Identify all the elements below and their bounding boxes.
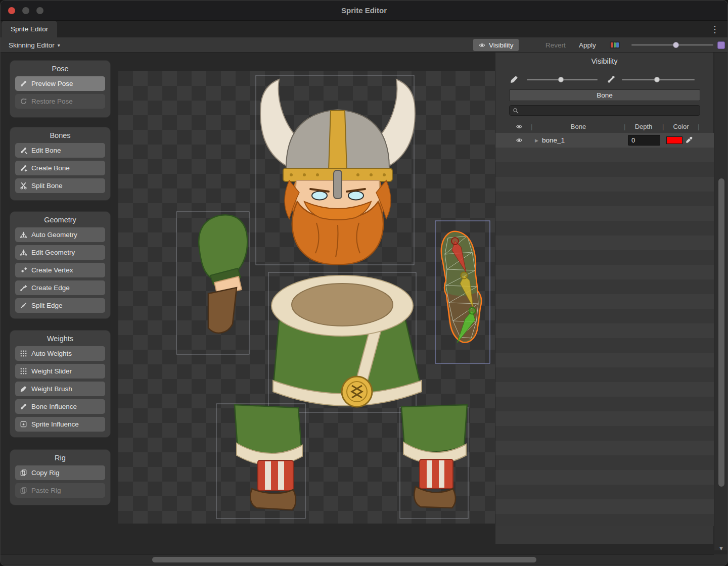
sprite-leg-right[interactable] bbox=[401, 405, 467, 508]
sprite-leg-left[interactable] bbox=[235, 405, 302, 510]
sprite-mitten[interactable] bbox=[199, 215, 247, 333]
chevron-down-icon: ▾ bbox=[58, 42, 60, 48]
edit-geometry-label: Edit Geometry bbox=[31, 249, 75, 256]
rgb-channels-icon[interactable] bbox=[610, 41, 620, 49]
bone-list-row[interactable]: ▶ bone_1 bbox=[495, 133, 714, 148]
geometry-panel: Geometry Auto Geometry Edit Geometry Cre… bbox=[10, 211, 111, 319]
tab-bar: Sprite Editor ⋮ bbox=[1, 21, 727, 37]
sprite-head[interactable] bbox=[260, 79, 415, 265]
bone-tab-button[interactable]: Bone bbox=[509, 89, 700, 101]
pose-panel-title: Pose bbox=[10, 61, 110, 76]
bone-depth-input[interactable] bbox=[628, 135, 660, 146]
header-separator: | bbox=[531, 123, 532, 130]
create-bone-button[interactable]: Create Bone bbox=[15, 161, 105, 175]
visibility-toggle-button[interactable]: Visibility bbox=[473, 39, 519, 51]
split-edge-button[interactable]: Split Edge bbox=[15, 298, 105, 313]
bone-visibility-eye-icon[interactable] bbox=[515, 137, 524, 144]
split-bone-label: Split Bone bbox=[31, 182, 63, 190]
visibility-button-label: Visibility bbox=[489, 41, 514, 49]
preview-pose-button[interactable]: Preview Pose bbox=[15, 76, 105, 91]
copy-icon bbox=[20, 469, 27, 477]
eye-icon bbox=[478, 42, 486, 49]
sprite-influence-label: Sprite Influence bbox=[31, 420, 79, 428]
toolbar: Skinning Editor ▾ Visibility Revert Appl… bbox=[1, 37, 727, 53]
weights-panel: Weights Auto Weights Weight Slider Weigh… bbox=[10, 330, 111, 438]
depth-column-header[interactable]: Depth bbox=[628, 123, 659, 130]
mesh-opacity-slider-thumb[interactable] bbox=[558, 77, 564, 82]
sprite-editor-window: Sprite Editor Sprite Editor ⋮ Skinning E… bbox=[0, 0, 728, 566]
auto-weights-button[interactable]: Auto Weights bbox=[15, 346, 105, 361]
sprite-influence-button[interactable]: Sprite Influence bbox=[15, 417, 105, 432]
weight-brush-button[interactable]: Weight Brush bbox=[15, 382, 105, 396]
vertical-scrollbar[interactable] bbox=[714, 53, 728, 550]
paste-rig-button[interactable]: Paste Rig bbox=[15, 483, 105, 498]
create-vertex-button[interactable]: Create Vertex bbox=[15, 263, 105, 277]
vertical-scrollbar-thumb[interactable] bbox=[718, 178, 724, 487]
edit-bone-button[interactable]: Edit Bone bbox=[15, 143, 105, 158]
scrollbar-corner bbox=[714, 554, 728, 564]
weight-slider-button[interactable]: Weight Slider bbox=[15, 364, 105, 379]
bone-opacity-slider[interactable] bbox=[622, 79, 695, 80]
green-channel-bar bbox=[614, 42, 616, 48]
bone-list-header: | Bone | Depth | Color | bbox=[495, 120, 714, 133]
pose-panel: Pose Preview Pose Restore Pose bbox=[10, 60, 111, 118]
apply-button-label: Apply bbox=[579, 41, 596, 49]
bone-influence-label: Bone Influence bbox=[31, 403, 77, 410]
bones-panel-title: Bones bbox=[10, 127, 110, 143]
apply-button[interactable]: Apply bbox=[574, 39, 601, 51]
bone-color-swatch[interactable] bbox=[666, 136, 682, 144]
window-title: Sprite Editor bbox=[1, 1, 727, 21]
mesh-opacity-slider[interactable] bbox=[527, 79, 598, 80]
eye-column-icon bbox=[515, 123, 524, 130]
brush-opacity-icon bbox=[510, 75, 519, 84]
tab-sprite-editor[interactable]: Sprite Editor bbox=[2, 21, 57, 37]
copy-rig-button[interactable]: Copy Rig bbox=[15, 465, 105, 480]
edge-plus-icon bbox=[20, 284, 27, 292]
restore-pose-button[interactable]: Restore Pose bbox=[15, 94, 105, 109]
sprite-preview-icon[interactable] bbox=[717, 41, 725, 49]
header-separator: | bbox=[624, 123, 625, 130]
bone-influence-button[interactable]: Bone Influence bbox=[15, 399, 105, 414]
paste-rig-label: Paste Rig bbox=[31, 487, 61, 494]
bone-search-box[interactable] bbox=[509, 105, 700, 116]
zoom-slider-thumb[interactable] bbox=[673, 42, 679, 48]
edit-bone-label: Edit Bone bbox=[31, 147, 61, 154]
edit-geometry-button[interactable]: Edit Geometry bbox=[15, 245, 105, 260]
titlebar: Sprite Editor bbox=[1, 1, 727, 21]
mesh-edit-icon bbox=[20, 249, 27, 256]
revert-button[interactable]: Revert bbox=[540, 39, 571, 51]
bone-icon bbox=[20, 80, 27, 87]
search-input[interactable] bbox=[521, 107, 697, 115]
sprite-canvas[interactable] bbox=[118, 71, 495, 524]
horizontal-scrollbar[interactable] bbox=[1, 554, 728, 564]
visibility-panel-title: Visibility bbox=[495, 53, 713, 65]
sprite-torso[interactable] bbox=[271, 275, 422, 407]
window-menu-icon[interactable]: ⋮ bbox=[710, 22, 719, 36]
bone-opacity-slider-thumb[interactable] bbox=[654, 77, 660, 82]
auto-geometry-button[interactable]: Auto Geometry bbox=[15, 227, 105, 242]
zoom-slider[interactable] bbox=[631, 44, 713, 45]
split-bone-button[interactable]: Split Bone bbox=[15, 178, 105, 193]
bone-opacity-icon bbox=[607, 75, 616, 84]
visibility-panel: Visibility Bone | Bone | Depth | Color |… bbox=[495, 53, 713, 544]
sprite-influence-icon bbox=[20, 420, 27, 428]
dots-grid-icon bbox=[20, 367, 27, 375]
sprite-arm-selected[interactable] bbox=[441, 231, 481, 343]
brush-icon bbox=[20, 385, 27, 393]
header-separator: | bbox=[698, 123, 699, 130]
create-edge-button[interactable]: Create Edge bbox=[15, 280, 105, 295]
blue-channel-bar bbox=[616, 42, 619, 48]
mesh-icon bbox=[20, 231, 27, 239]
rig-panel: Rig Copy Rig Paste Rig bbox=[10, 449, 111, 505]
rig-panel-title: Rig bbox=[10, 450, 110, 465]
auto-weights-icon bbox=[20, 350, 27, 357]
eyedropper-icon[interactable] bbox=[686, 136, 693, 144]
copy-rig-label: Copy Rig bbox=[31, 469, 60, 477]
editor-mode-dropdown[interactable]: Skinning Editor ▾ bbox=[5, 37, 64, 53]
bone-column-header[interactable]: Bone bbox=[548, 123, 609, 130]
restore-icon bbox=[20, 98, 27, 105]
disclosure-triangle-icon[interactable]: ▶ bbox=[535, 138, 538, 143]
color-column-header[interactable]: Color bbox=[667, 123, 695, 130]
horizontal-scrollbar-thumb[interactable] bbox=[152, 557, 536, 562]
split-edge-icon bbox=[20, 302, 27, 309]
